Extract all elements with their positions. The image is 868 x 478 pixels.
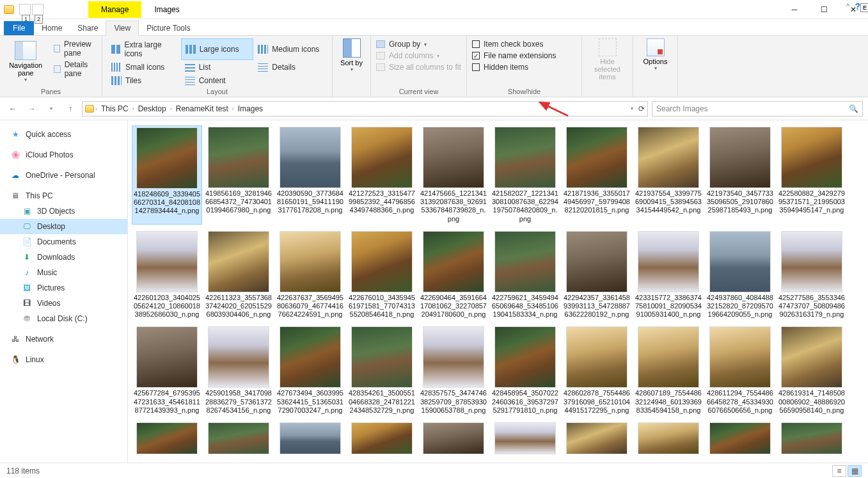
details-button[interactable]: Details (254, 61, 327, 74)
file-tab[interactable]: FileF (4, 21, 34, 35)
file-item[interactable]: 422759621_345949465069648_53485106190415… (490, 230, 560, 321)
address-bar[interactable]: › This PC› Desktop› RenameKit test› Imag… (82, 101, 648, 116)
breadcrumb-desktop[interactable]: Desktop (136, 104, 169, 113)
file-item[interactable] (705, 421, 775, 456)
file-item[interactable]: 421937554_339977569009415_53894563341544… (633, 125, 704, 225)
file-extensions-toggle[interactable]: File name extensions (472, 50, 576, 61)
breadcrumb-images[interactable]: Images (235, 104, 265, 113)
file-item[interactable]: 422676010_343594561971581_77074313552085… (347, 230, 417, 321)
sidebar-icloud[interactable]: 🌸iCloud Photos (0, 147, 127, 163)
file-item[interactable]: 427673494_360399553624415_51365031729070… (275, 325, 345, 416)
list-button[interactable]: List (181, 61, 254, 74)
file-item[interactable]: 421973540_345773335096505_29107860259871… (705, 125, 775, 225)
preview-pane-button[interactable]: Preview pane (51, 38, 97, 59)
refresh-icon[interactable]: ⟳ (638, 104, 645, 113)
sidebar-music[interactable]: ♪Music (0, 265, 127, 280)
file-item[interactable]: 420390590_377368481650191_59411190317761… (275, 125, 345, 225)
file-item[interactable] (777, 421, 847, 456)
options-button[interactable]: Options (643, 58, 668, 65)
maximize-button[interactable]: ☐ (809, 0, 839, 19)
up-button[interactable]: ↑ (63, 101, 78, 116)
picture-tools-tab[interactable]: Picture ToolsJP (139, 21, 198, 35)
tiles-button[interactable]: Tiles (107, 74, 180, 87)
file-item[interactable]: 424937860_408448832152820_87209570196642… (705, 230, 775, 321)
file-item[interactable] (347, 421, 417, 456)
file-grid[interactable]: 418248609_333940566270314_84208108142789… (128, 120, 868, 473)
file-item[interactable]: 422637637_356949580636079_46774416766242… (275, 230, 345, 321)
file-item[interactable] (562, 421, 632, 456)
file-item[interactable]: 422601203_340402505624120_10860018389526… (132, 230, 202, 321)
view-tab[interactable]: ViewV (106, 20, 139, 36)
file-item[interactable]: 428607189_755448632124948_60139369833545… (633, 325, 704, 416)
file-item[interactable] (633, 421, 704, 456)
sidebar-quick-access[interactable]: ★Quick access (0, 127, 127, 142)
file-item[interactable]: 428458954_350702224603616_39537297529177… (490, 325, 560, 416)
file-item[interactable]: 428354261_350055104668328_24781221243485… (347, 325, 417, 416)
small-icons-button[interactable]: Small icons (107, 61, 180, 74)
file-item[interactable] (132, 421, 202, 456)
file-item[interactable]: 422580882_342927995371571_21995003359494… (777, 125, 847, 225)
sidebar-pictures[interactable]: 🖼Pictures (0, 280, 127, 296)
sidebar-network[interactable]: 🖧Network (0, 331, 127, 347)
breadcrumb-renamekit[interactable]: RenameKit test (173, 104, 231, 113)
file-item[interactable]: 421871936_335501749456997_59799408821202… (562, 125, 632, 225)
file-item[interactable] (203, 421, 274, 456)
extra-large-icons-button[interactable]: Extra large icons (107, 38, 180, 60)
ribbon-collapse-icon[interactable]: ^ (846, 2, 850, 11)
file-name: 421871936_335501749456997_59799408821202… (563, 189, 631, 215)
details-pane-button[interactable]: Details pane (51, 59, 97, 79)
sidebar-linux[interactable]: 🐧Linux (0, 352, 127, 367)
navigation-pane-button[interactable]: Navigation pane ▾ (5, 38, 46, 85)
file-item[interactable] (275, 421, 345, 456)
sort-by-button[interactable]: Sort by (340, 59, 363, 67)
sidebar-thispc[interactable]: 🖥This PC (0, 188, 127, 203)
forward-button[interactable]: → (24, 101, 40, 116)
sidebar-3dobjects[interactable]: ▣3D Objects (0, 203, 127, 219)
file-item[interactable]: 422690464_359166417081062_32270857204917… (418, 230, 489, 321)
file-item[interactable]: 425901958_341709828836279_57361372826745… (203, 325, 274, 416)
content-button[interactable]: Content (181, 74, 254, 87)
qat-button-2[interactable]: 2 (32, 4, 43, 15)
sidebar-videos[interactable]: 🎞Videos (0, 296, 127, 311)
sidebar-downloads[interactable]: ⬇Downloads (0, 250, 127, 265)
file-item[interactable]: 428611294_755448666458278_45334930607665… (705, 325, 775, 416)
file-item[interactable]: 428619314_714850800806902_48886920565909… (777, 325, 847, 416)
file-item[interactable]: 421475665_122134131392087638_92691533678… (418, 125, 489, 225)
help-icon[interactable]: ? E (855, 1, 860, 12)
file-item[interactable]: 425677284_679539547231633_45461811877214… (132, 325, 202, 416)
details-view-toggle[interactable]: ≡ (832, 465, 846, 477)
file-item[interactable]: 419856169_328194666854372_74730401019946… (203, 125, 274, 225)
minimize-button[interactable]: ─ (780, 0, 809, 19)
qat-button-1[interactable]: 1 (19, 4, 31, 15)
home-tab[interactable]: HomeH (34, 21, 70, 35)
file-item[interactable]: 421582027_122134130810087638_62294197507… (490, 125, 560, 225)
file-item[interactable]: 423315772_338637475810091_82090534910059… (633, 230, 704, 321)
medium-icons-button[interactable]: Medium icons (254, 38, 327, 60)
large-icons-button[interactable]: Large icons (181, 38, 254, 60)
recent-dropdown[interactable]: ▾ (43, 101, 59, 116)
file-item[interactable]: 418248609_333940566270314_84208108142789… (132, 125, 202, 225)
sidebar-documents[interactable]: 📄Documents (0, 234, 127, 250)
file-item[interactable]: 428357575_347474638259709_87853930159006… (418, 325, 489, 416)
item-checkboxes-toggle[interactable]: Item check boxes (472, 38, 576, 50)
icons-view-toggle[interactable]: ▦ (848, 465, 862, 477)
share-tab[interactable]: ShareS (70, 21, 106, 35)
back-button[interactable]: ← (5, 101, 20, 116)
search-input[interactable]: Search Images 🔍 (652, 101, 863, 116)
file-item[interactable]: 428602878_755448637916098_65210104449151… (562, 325, 632, 416)
sidebar-onedrive[interactable]: ☁OneDrive - Personal (0, 168, 127, 183)
group-by-button[interactable]: Group by▾ (376, 38, 461, 50)
file-item[interactable]: 421272523_331547799852392_44796856434974… (347, 125, 417, 225)
file-item[interactable]: 425277586_355334647473707_50809486902631… (777, 230, 847, 321)
file-item[interactable]: 422611323_355736837424020_62051529680393… (203, 230, 274, 321)
sidebar-desktop[interactable]: 🖵Desktop (0, 219, 127, 234)
file-item[interactable]: 422942357_336145893993113_54728887636222… (562, 230, 632, 321)
sidebar-localdisk[interactable]: ⛃Local Disk (C:) (0, 311, 127, 326)
hidden-items-toggle[interactable]: Hidden items (472, 61, 576, 73)
thumbnail (351, 231, 413, 292)
manage-tab[interactable]: Manage (88, 1, 141, 18)
file-item[interactable] (490, 421, 560, 456)
file-item[interactable] (418, 421, 489, 456)
addr-dropdown-icon[interactable]: ▾ (631, 106, 633, 111)
breadcrumb-thispc[interactable]: This PC (99, 104, 131, 113)
